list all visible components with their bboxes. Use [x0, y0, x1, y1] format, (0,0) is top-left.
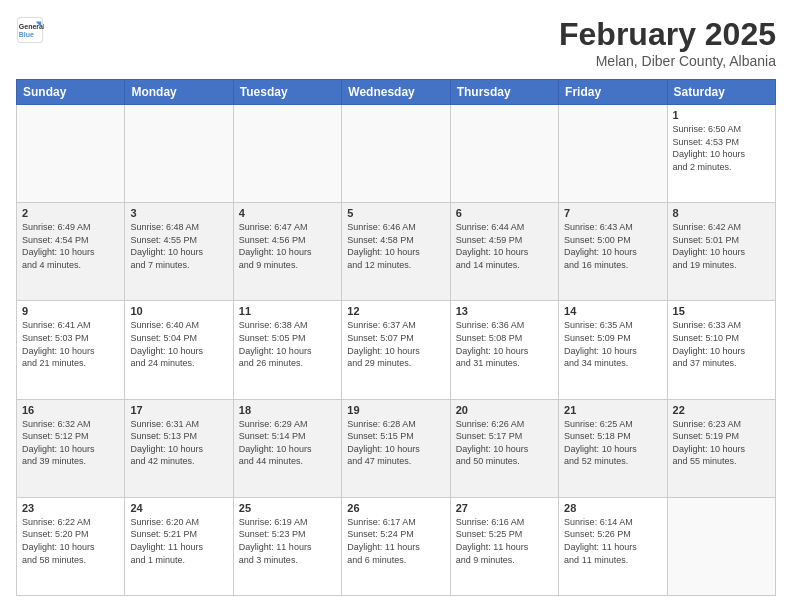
table-row: 11Sunrise: 6:38 AM Sunset: 5:05 PM Dayli… [233, 301, 341, 399]
calendar-week-row: 16Sunrise: 6:32 AM Sunset: 5:12 PM Dayli… [17, 399, 776, 497]
cell-info-text: Sunrise: 6:23 AM Sunset: 5:19 PM Dayligh… [673, 418, 770, 468]
calendar-week-row: 1Sunrise: 6:50 AM Sunset: 4:53 PM Daylig… [17, 105, 776, 203]
table-row: 21Sunrise: 6:25 AM Sunset: 5:18 PM Dayli… [559, 399, 667, 497]
title-block: February 2025 Melan, Diber County, Alban… [559, 16, 776, 69]
cell-day-number: 17 [130, 404, 227, 416]
col-monday: Monday [125, 80, 233, 105]
cell-info-text: Sunrise: 6:26 AM Sunset: 5:17 PM Dayligh… [456, 418, 553, 468]
table-row [667, 497, 775, 595]
cell-info-text: Sunrise: 6:32 AM Sunset: 5:12 PM Dayligh… [22, 418, 119, 468]
cell-day-number: 21 [564, 404, 661, 416]
cell-info-text: Sunrise: 6:31 AM Sunset: 5:13 PM Dayligh… [130, 418, 227, 468]
cell-day-number: 5 [347, 207, 444, 219]
table-row: 19Sunrise: 6:28 AM Sunset: 5:15 PM Dayli… [342, 399, 450, 497]
cell-info-text: Sunrise: 6:25 AM Sunset: 5:18 PM Dayligh… [564, 418, 661, 468]
cell-info-text: Sunrise: 6:22 AM Sunset: 5:20 PM Dayligh… [22, 516, 119, 566]
table-row: 17Sunrise: 6:31 AM Sunset: 5:13 PM Dayli… [125, 399, 233, 497]
cell-day-number: 28 [564, 502, 661, 514]
col-friday: Friday [559, 80, 667, 105]
table-row: 16Sunrise: 6:32 AM Sunset: 5:12 PM Dayli… [17, 399, 125, 497]
table-row [17, 105, 125, 203]
calendar-week-row: 9Sunrise: 6:41 AM Sunset: 5:03 PM Daylig… [17, 301, 776, 399]
calendar-week-row: 23Sunrise: 6:22 AM Sunset: 5:20 PM Dayli… [17, 497, 776, 595]
col-thursday: Thursday [450, 80, 558, 105]
cell-info-text: Sunrise: 6:46 AM Sunset: 4:58 PM Dayligh… [347, 221, 444, 271]
cell-info-text: Sunrise: 6:35 AM Sunset: 5:09 PM Dayligh… [564, 319, 661, 369]
cell-day-number: 12 [347, 305, 444, 317]
cell-info-text: Sunrise: 6:47 AM Sunset: 4:56 PM Dayligh… [239, 221, 336, 271]
cell-info-text: Sunrise: 6:28 AM Sunset: 5:15 PM Dayligh… [347, 418, 444, 468]
table-row: 26Sunrise: 6:17 AM Sunset: 5:24 PM Dayli… [342, 497, 450, 595]
table-row: 8Sunrise: 6:42 AM Sunset: 5:01 PM Daylig… [667, 203, 775, 301]
table-row [125, 105, 233, 203]
cell-day-number: 20 [456, 404, 553, 416]
svg-rect-0 [17, 17, 42, 42]
cell-info-text: Sunrise: 6:33 AM Sunset: 5:10 PM Dayligh… [673, 319, 770, 369]
cell-info-text: Sunrise: 6:43 AM Sunset: 5:00 PM Dayligh… [564, 221, 661, 271]
cell-info-text: Sunrise: 6:37 AM Sunset: 5:07 PM Dayligh… [347, 319, 444, 369]
calendar-week-row: 2Sunrise: 6:49 AM Sunset: 4:54 PM Daylig… [17, 203, 776, 301]
header: General Blue February 2025 Melan, Diber … [16, 16, 776, 69]
cell-day-number: 22 [673, 404, 770, 416]
table-row: 24Sunrise: 6:20 AM Sunset: 5:21 PM Dayli… [125, 497, 233, 595]
table-row: 22Sunrise: 6:23 AM Sunset: 5:19 PM Dayli… [667, 399, 775, 497]
page: General Blue February 2025 Melan, Diber … [0, 0, 792, 612]
cell-day-number: 8 [673, 207, 770, 219]
cell-info-text: Sunrise: 6:49 AM Sunset: 4:54 PM Dayligh… [22, 221, 119, 271]
table-row: 14Sunrise: 6:35 AM Sunset: 5:09 PM Dayli… [559, 301, 667, 399]
col-saturday: Saturday [667, 80, 775, 105]
table-row: 1Sunrise: 6:50 AM Sunset: 4:53 PM Daylig… [667, 105, 775, 203]
logo-icon: General Blue [16, 16, 44, 44]
table-row: 18Sunrise: 6:29 AM Sunset: 5:14 PM Dayli… [233, 399, 341, 497]
cell-info-text: Sunrise: 6:19 AM Sunset: 5:23 PM Dayligh… [239, 516, 336, 566]
calendar-table: Sunday Monday Tuesday Wednesday Thursday… [16, 79, 776, 596]
cell-day-number: 11 [239, 305, 336, 317]
table-row: 28Sunrise: 6:14 AM Sunset: 5:26 PM Dayli… [559, 497, 667, 595]
cell-info-text: Sunrise: 6:29 AM Sunset: 5:14 PM Dayligh… [239, 418, 336, 468]
table-row: 6Sunrise: 6:44 AM Sunset: 4:59 PM Daylig… [450, 203, 558, 301]
cell-info-text: Sunrise: 6:17 AM Sunset: 5:24 PM Dayligh… [347, 516, 444, 566]
cell-day-number: 14 [564, 305, 661, 317]
table-row: 3Sunrise: 6:48 AM Sunset: 4:55 PM Daylig… [125, 203, 233, 301]
col-sunday: Sunday [17, 80, 125, 105]
location: Melan, Diber County, Albania [559, 53, 776, 69]
table-row: 15Sunrise: 6:33 AM Sunset: 5:10 PM Dayli… [667, 301, 775, 399]
table-row [342, 105, 450, 203]
cell-day-number: 10 [130, 305, 227, 317]
cell-info-text: Sunrise: 6:41 AM Sunset: 5:03 PM Dayligh… [22, 319, 119, 369]
table-row [233, 105, 341, 203]
cell-day-number: 16 [22, 404, 119, 416]
calendar-header-row: Sunday Monday Tuesday Wednesday Thursday… [17, 80, 776, 105]
cell-info-text: Sunrise: 6:42 AM Sunset: 5:01 PM Dayligh… [673, 221, 770, 271]
table-row: 9Sunrise: 6:41 AM Sunset: 5:03 PM Daylig… [17, 301, 125, 399]
cell-day-number: 6 [456, 207, 553, 219]
table-row: 10Sunrise: 6:40 AM Sunset: 5:04 PM Dayli… [125, 301, 233, 399]
cell-day-number: 26 [347, 502, 444, 514]
cell-info-text: Sunrise: 6:40 AM Sunset: 5:04 PM Dayligh… [130, 319, 227, 369]
cell-day-number: 27 [456, 502, 553, 514]
cell-day-number: 23 [22, 502, 119, 514]
cell-day-number: 24 [130, 502, 227, 514]
cell-info-text: Sunrise: 6:44 AM Sunset: 4:59 PM Dayligh… [456, 221, 553, 271]
cell-day-number: 1 [673, 109, 770, 121]
col-tuesday: Tuesday [233, 80, 341, 105]
cell-day-number: 13 [456, 305, 553, 317]
table-row: 7Sunrise: 6:43 AM Sunset: 5:00 PM Daylig… [559, 203, 667, 301]
svg-text:Blue: Blue [19, 31, 34, 38]
cell-info-text: Sunrise: 6:48 AM Sunset: 4:55 PM Dayligh… [130, 221, 227, 271]
table-row: 12Sunrise: 6:37 AM Sunset: 5:07 PM Dayli… [342, 301, 450, 399]
table-row: 27Sunrise: 6:16 AM Sunset: 5:25 PM Dayli… [450, 497, 558, 595]
table-row: 5Sunrise: 6:46 AM Sunset: 4:58 PM Daylig… [342, 203, 450, 301]
col-wednesday: Wednesday [342, 80, 450, 105]
table-row: 4Sunrise: 6:47 AM Sunset: 4:56 PM Daylig… [233, 203, 341, 301]
table-row: 20Sunrise: 6:26 AM Sunset: 5:17 PM Dayli… [450, 399, 558, 497]
cell-day-number: 18 [239, 404, 336, 416]
cell-day-number: 4 [239, 207, 336, 219]
cell-info-text: Sunrise: 6:20 AM Sunset: 5:21 PM Dayligh… [130, 516, 227, 566]
cell-info-text: Sunrise: 6:14 AM Sunset: 5:26 PM Dayligh… [564, 516, 661, 566]
table-row: 23Sunrise: 6:22 AM Sunset: 5:20 PM Dayli… [17, 497, 125, 595]
cell-info-text: Sunrise: 6:50 AM Sunset: 4:53 PM Dayligh… [673, 123, 770, 173]
logo: General Blue [16, 16, 44, 44]
table-row: 13Sunrise: 6:36 AM Sunset: 5:08 PM Dayli… [450, 301, 558, 399]
table-row [450, 105, 558, 203]
